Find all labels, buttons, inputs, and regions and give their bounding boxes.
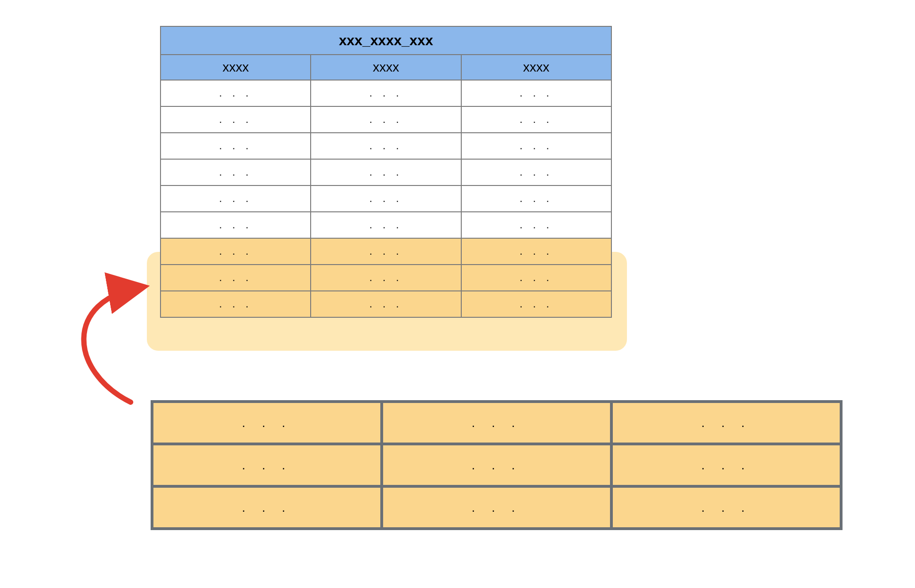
column-header: xxxx [311,55,461,80]
table-cell: . . . [461,106,611,133]
table-cell: . . . [461,291,611,317]
table-cell: . . . [311,265,461,291]
table-title: xxx_xxxx_xxx [161,26,611,55]
table-cell: . . . [461,159,611,185]
table-cell: . . . [311,212,461,238]
bottom-block: . . . . . . . . . . . . . . . . . . . . … [151,400,843,530]
table-row: . . . . . . . . . [161,212,611,238]
block-row: . . . . . . . . . [152,486,841,529]
block-cell: . . . [382,444,611,486]
table-row: . . . . . . . . . [161,133,611,159]
block-cell: . . . [382,486,611,529]
block-cell: . . . [611,486,841,529]
block-row: . . . . . . . . . [152,444,841,486]
table-cell: . . . [311,291,461,317]
table-cell: . . . [311,80,461,106]
table-row: . . . . . . . . . [161,80,611,106]
column-header: xxxx [161,55,311,80]
table-cell: . . . [461,80,611,106]
table-cell: . . . [161,80,311,106]
table-cell: . . . [161,106,311,133]
column-header-row: xxxx xxxx xxxx [161,55,611,80]
table-cell: . . . [461,265,611,291]
block-cell: . . . [611,444,841,486]
block-cell: . . . [152,444,382,486]
column-header: xxxx [461,55,611,80]
block-row: . . . . . . . . . [152,402,841,444]
table-cell: . . . [161,159,311,185]
table-row: . . . . . . . . . [161,159,611,185]
table-row: . . . . . . . . . [161,106,611,133]
table-cell: . . . [311,159,461,185]
table-cell: . . . [161,185,311,212]
table-cell: . . . [161,212,311,238]
table-row-highlighted: . . . . . . . . . [161,265,611,291]
table-cell: . . . [161,265,311,291]
diagram-canvas: xxx_xxxx_xxx xxxx xxxx xxxx . . . . . . … [19,19,896,569]
table-row-highlighted: . . . . . . . . . [161,238,611,265]
table-row-highlighted: . . . . . . . . . [161,291,611,317]
table-cell: . . . [311,106,461,133]
table-cell: . . . [161,133,311,159]
block-cell: . . . [611,402,841,444]
table-row: . . . . . . . . . [161,185,611,212]
table-cell: . . . [461,238,611,265]
table-body: . . . . . . . . . . . . . . . . . . . . … [161,80,611,317]
table-cell: . . . [461,212,611,238]
table-cell: . . . [461,185,611,212]
table-cell: . . . [311,238,461,265]
table-cell: . . . [161,238,311,265]
block-cell: . . . [152,402,382,444]
block-cell: . . . [382,402,611,444]
table-cell: . . . [311,185,461,212]
block-cell: . . . [152,486,382,529]
table-cell: . . . [461,133,611,159]
table-cell: . . . [311,133,461,159]
top-table: xxx_xxxx_xxx xxxx xxxx xxxx . . . . . . … [160,26,612,318]
table-cell: . . . [161,291,311,317]
